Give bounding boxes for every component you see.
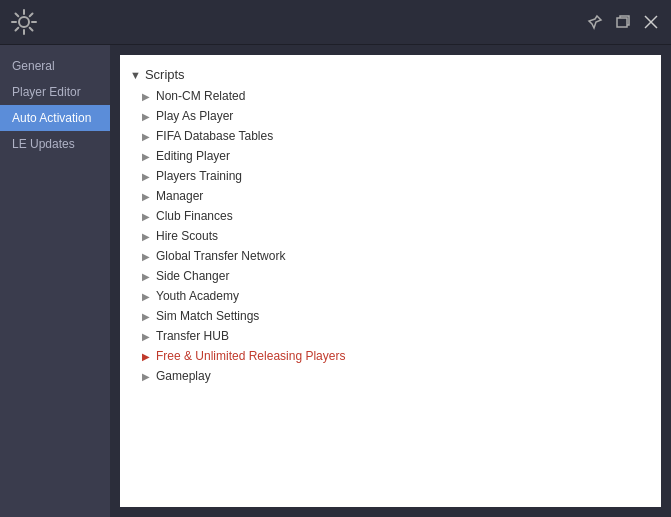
sidebar: General Player Editor Auto Activation LE… — [0, 45, 110, 517]
script-label: Editing Player — [156, 149, 230, 163]
script-label: Gameplay — [156, 369, 211, 383]
list-item-club-finances[interactable]: ▶ Club Finances — [120, 206, 661, 226]
title-bar-left — [10, 8, 38, 36]
chevron-right-icon: ▶ — [142, 331, 150, 342]
script-label: Hire Scouts — [156, 229, 218, 243]
script-label: Play As Player — [156, 109, 233, 123]
list-item-editing-player[interactable]: ▶ Editing Player — [120, 146, 661, 166]
scripts-header[interactable]: ▼ Scripts — [120, 63, 661, 86]
list-item-hire-scouts[interactable]: ▶ Hire Scouts — [120, 226, 661, 246]
chevron-right-icon: ▶ — [142, 371, 150, 382]
svg-point-0 — [19, 17, 29, 27]
list-item-sim-match-settings[interactable]: ▶ Sim Match Settings — [120, 306, 661, 326]
scripts-header-label: Scripts — [145, 67, 185, 82]
scripts-expand-arrow: ▼ — [130, 69, 141, 81]
list-item-non-cm-related[interactable]: ▶ Non-CM Related — [120, 86, 661, 106]
sidebar-item-player-editor[interactable]: Player Editor — [0, 79, 110, 105]
content-area: ▼ Scripts ▶ Non-CM Related ▶ Play As Pla… — [110, 45, 671, 517]
list-item-youth-academy[interactable]: ▶ Youth Academy — [120, 286, 661, 306]
list-item-free-unlimited-releasing-players[interactable]: ▶ Free & Unlimited Releasing Players — [120, 346, 661, 366]
script-label: Club Finances — [156, 209, 233, 223]
list-item-gameplay[interactable]: ▶ Gameplay — [120, 366, 661, 386]
script-label: Sim Match Settings — [156, 309, 259, 323]
script-label: Transfer HUB — [156, 329, 229, 343]
list-item-manager[interactable]: ▶ Manager — [120, 186, 661, 206]
main-layout: General Player Editor Auto Activation LE… — [0, 45, 671, 517]
chevron-right-icon: ▶ — [142, 171, 150, 182]
chevron-right-icon: ▶ — [142, 351, 150, 362]
close-button[interactable] — [641, 12, 661, 32]
list-item-global-transfer-network[interactable]: ▶ Global Transfer Network — [120, 246, 661, 266]
script-label: Players Training — [156, 169, 242, 183]
title-bar — [0, 0, 671, 45]
chevron-right-icon: ▶ — [142, 291, 150, 302]
chevron-right-icon: ▶ — [142, 231, 150, 242]
list-item-players-training[interactable]: ▶ Players Training — [120, 166, 661, 186]
sidebar-item-auto-activation[interactable]: Auto Activation — [0, 105, 110, 131]
chevron-right-icon: ▶ — [142, 211, 150, 222]
script-label: Side Changer — [156, 269, 229, 283]
list-item-play-as-player[interactable]: ▶ Play As Player — [120, 106, 661, 126]
chevron-right-icon: ▶ — [142, 91, 150, 102]
script-label: Global Transfer Network — [156, 249, 285, 263]
chevron-right-icon: ▶ — [142, 251, 150, 262]
chevron-right-icon: ▶ — [142, 151, 150, 162]
script-label: FIFA Database Tables — [156, 129, 273, 143]
chevron-right-icon: ▶ — [142, 111, 150, 122]
scripts-panel: ▼ Scripts ▶ Non-CM Related ▶ Play As Pla… — [120, 55, 661, 507]
sidebar-item-general[interactable]: General — [0, 53, 110, 79]
pin-button[interactable] — [585, 12, 605, 32]
script-label: Free & Unlimited Releasing Players — [156, 349, 345, 363]
list-item-fifa-database-tables[interactable]: ▶ FIFA Database Tables — [120, 126, 661, 146]
script-label: Non-CM Related — [156, 89, 245, 103]
chevron-right-icon: ▶ — [142, 271, 150, 282]
sidebar-item-le-updates[interactable]: LE Updates — [0, 131, 110, 157]
restore-button[interactable] — [613, 12, 633, 32]
title-bar-controls — [585, 12, 661, 32]
script-label: Youth Academy — [156, 289, 239, 303]
svg-rect-1 — [617, 18, 627, 27]
chevron-right-icon: ▶ — [142, 311, 150, 322]
chevron-right-icon: ▶ — [142, 191, 150, 202]
list-item-transfer-hub[interactable]: ▶ Transfer HUB — [120, 326, 661, 346]
list-item-side-changer[interactable]: ▶ Side Changer — [120, 266, 661, 286]
chevron-right-icon: ▶ — [142, 131, 150, 142]
script-label: Manager — [156, 189, 203, 203]
app-icon — [10, 8, 38, 36]
